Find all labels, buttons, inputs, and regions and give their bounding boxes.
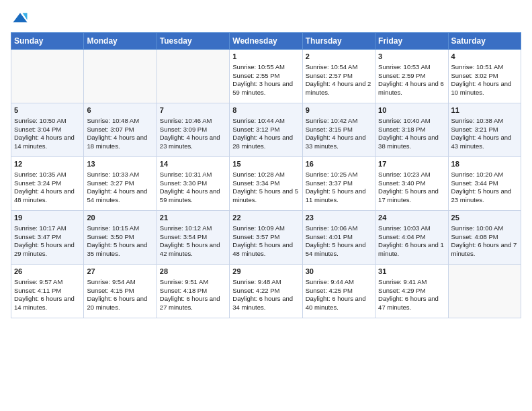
calendar-cell: 28Sunrise: 9:51 AMSunset: 4:18 PMDayligh… — [157, 265, 229, 318]
day-info: Sunrise: 9:48 AM — [232, 278, 299, 287]
day-info: Daylight: 5 hours and 11 minutes. — [306, 187, 372, 205]
day-info: Sunrise: 10:03 AM — [378, 224, 445, 233]
weekday-header-sunday: Sunday — [11, 33, 84, 50]
calendar-cell: 17Sunrise: 10:23 AMSunset: 3:40 PMDaylig… — [375, 157, 448, 211]
day-number: 26 — [14, 267, 81, 277]
day-info: Daylight: 4 hours and 59 minutes. — [160, 187, 226, 205]
day-info: Daylight: 4 hours and 38 minutes. — [378, 134, 445, 151]
day-info: Sunrise: 10:53 AM — [378, 63, 445, 72]
day-info: Sunset: 3:18 PM — [378, 126, 445, 134]
day-info: Sunset: 2:57 PM — [306, 72, 372, 81]
day-info: Daylight: 4 hours and 33 minutes. — [306, 134, 372, 151]
day-info: Sunset: 3:04 PM — [14, 126, 81, 134]
calendar-cell: 11Sunrise: 10:38 AMSunset: 3:21 PMDaylig… — [448, 103, 521, 157]
day-number: 7 — [160, 105, 226, 116]
day-info: Daylight: 3 hours and 59 minutes. — [232, 80, 299, 97]
calendar-cell: 2Sunrise: 10:54 AMSunset: 2:57 PMDayligh… — [302, 50, 375, 103]
day-info: Sunset: 3:40 PM — [378, 179, 445, 188]
day-number: 8 — [232, 105, 299, 116]
calendar-cell: 30Sunrise: 9:44 AMSunset: 4:25 PMDayligh… — [302, 265, 375, 318]
header — [11, 7, 521, 28]
day-info: Sunrise: 10:35 AM — [14, 171, 81, 179]
calendar-cell: 27Sunrise: 9:54 AMSunset: 4:15 PMDayligh… — [84, 265, 157, 318]
calendar-cell: 22Sunrise: 10:09 AMSunset: 3:57 PMDaylig… — [230, 211, 302, 265]
day-info: Sunrise: 10:23 AM — [378, 171, 445, 179]
calendar-cell: 16Sunrise: 10:25 AMSunset: 3:37 PMDaylig… — [302, 157, 375, 211]
day-info: Daylight: 6 hours and 1 minute. — [378, 241, 445, 259]
day-info: Sunset: 3:24 PM — [14, 179, 81, 188]
day-info: Sunrise: 10:17 AM — [14, 224, 81, 233]
calendar-cell: 3Sunrise: 10:53 AMSunset: 2:59 PMDayligh… — [375, 50, 448, 103]
day-info: Sunrise: 10:33 AM — [87, 171, 153, 179]
day-info: Sunrise: 9:51 AM — [160, 278, 226, 287]
day-info: Daylight: 4 hours and 48 minutes. — [14, 187, 81, 205]
day-number: 9 — [306, 105, 372, 116]
day-number: 18 — [451, 159, 518, 169]
day-number: 5 — [14, 105, 81, 116]
day-info: Daylight: 6 hours and 14 minutes. — [14, 295, 81, 312]
day-info: Sunrise: 10:51 AM — [451, 63, 518, 72]
day-info: Sunset: 4:01 PM — [306, 233, 372, 242]
day-info: Sunset: 2:59 PM — [378, 72, 445, 81]
day-info: Sunset: 4:11 PM — [14, 287, 81, 295]
day-info: Sunset: 3:37 PM — [306, 179, 372, 188]
day-number: 12 — [14, 159, 81, 169]
day-info: Daylight: 5 hours and 23 minutes. — [451, 187, 518, 205]
day-info: Sunrise: 10:54 AM — [306, 63, 372, 72]
day-info: Sunrise: 10:50 AM — [14, 117, 81, 126]
calendar-cell: 19Sunrise: 10:17 AMSunset: 3:47 PMDaylig… — [11, 211, 84, 265]
calendar-cell: 21Sunrise: 10:12 AMSunset: 3:54 PMDaylig… — [157, 211, 229, 265]
day-info: Daylight: 5 hours and 5 minutes. — [232, 187, 299, 205]
weekday-header-tuesday: Tuesday — [157, 33, 229, 50]
day-number: 31 — [378, 267, 445, 277]
weekday-header-thursday: Thursday — [302, 33, 375, 50]
calendar-cell: 7Sunrise: 10:46 AMSunset: 3:09 PMDayligh… — [157, 103, 229, 157]
day-info: Sunrise: 10:55 AM — [232, 63, 299, 72]
day-info: Sunset: 4:29 PM — [378, 287, 445, 295]
day-info: Sunrise: 9:54 AM — [87, 278, 153, 287]
day-info: Sunset: 3:27 PM — [87, 179, 153, 188]
day-info: Daylight: 6 hours and 40 minutes. — [306, 295, 372, 312]
day-info: Daylight: 4 hours and 54 minutes. — [87, 187, 153, 205]
day-info: Daylight: 6 hours and 20 minutes. — [87, 295, 153, 312]
calendar-cell: 12Sunrise: 10:35 AMSunset: 3:24 PMDaylig… — [11, 157, 84, 211]
day-number: 29 — [232, 267, 299, 277]
day-info: Sunset: 3:02 PM — [451, 72, 518, 81]
day-info: Sunrise: 10:46 AM — [160, 117, 226, 126]
day-info: Daylight: 4 hours and 14 minutes. — [14, 134, 81, 151]
calendar-cell: 5Sunrise: 10:50 AMSunset: 3:04 PMDayligh… — [11, 103, 84, 157]
week-row-1: 1Sunrise: 10:55 AMSunset: 2:55 PMDayligh… — [11, 50, 521, 103]
day-info: Sunset: 3:44 PM — [451, 179, 518, 188]
day-number: 1 — [232, 52, 299, 62]
day-info: Sunset: 3:07 PM — [87, 126, 153, 134]
calendar-cell: 29Sunrise: 9:48 AMSunset: 4:22 PMDayligh… — [230, 265, 302, 318]
day-number: 25 — [451, 213, 518, 223]
day-info: Daylight: 6 hours and 7 minutes. — [451, 241, 518, 259]
day-info: Sunrise: 10:00 AM — [451, 224, 518, 233]
day-number: 15 — [232, 159, 299, 169]
day-info: Sunrise: 10:09 AM — [232, 224, 299, 233]
day-number: 27 — [87, 267, 153, 277]
calendar-cell: 24Sunrise: 10:03 AMSunset: 4:04 PMDaylig… — [375, 211, 448, 265]
day-info: Sunset: 3:12 PM — [232, 126, 299, 134]
calendar-cell: 1Sunrise: 10:55 AMSunset: 2:55 PMDayligh… — [230, 50, 302, 103]
day-info: Daylight: 4 hours and 28 minutes. — [232, 134, 299, 151]
week-row-5: 26Sunrise: 9:57 AMSunset: 4:11 PMDayligh… — [11, 265, 521, 318]
day-number: 28 — [160, 267, 226, 277]
calendar-table: SundayMondayTuesdayWednesdayThursdayFrid… — [11, 32, 521, 318]
day-info: Daylight: 4 hours and 6 minutes. — [378, 80, 445, 97]
day-number: 19 — [14, 213, 81, 223]
week-row-2: 5Sunrise: 10:50 AMSunset: 3:04 PMDayligh… — [11, 103, 521, 157]
week-row-4: 19Sunrise: 10:17 AMSunset: 3:47 PMDaylig… — [11, 211, 521, 265]
day-info: Daylight: 4 hours and 10 minutes. — [451, 80, 518, 97]
day-info: Sunset: 3:50 PM — [87, 233, 153, 242]
day-number: 30 — [306, 267, 372, 277]
day-info: Sunrise: 10:40 AM — [378, 117, 445, 126]
calendar-cell: 31Sunrise: 9:41 AMSunset: 4:29 PMDayligh… — [375, 265, 448, 318]
calendar-cell: 25Sunrise: 10:00 AMSunset: 4:08 PMDaylig… — [448, 211, 521, 265]
calendar-cell: 15Sunrise: 10:28 AMSunset: 3:34 PMDaylig… — [230, 157, 302, 211]
day-info: Sunrise: 10:25 AM — [306, 171, 372, 179]
weekday-header-row: SundayMondayTuesdayWednesdayThursdayFrid… — [11, 33, 521, 50]
calendar-cell — [157, 50, 229, 103]
calendar-cell: 23Sunrise: 10:06 AMSunset: 4:01 PMDaylig… — [302, 211, 375, 265]
